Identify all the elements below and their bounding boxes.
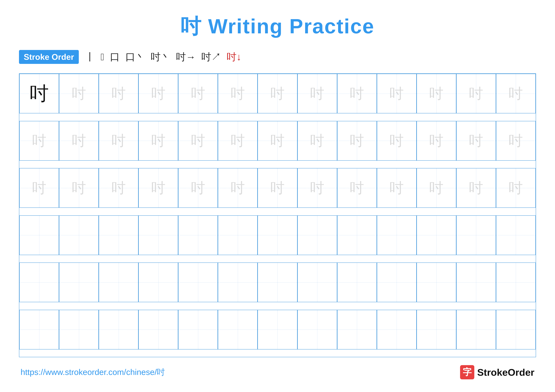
grid-cell[interactable]	[416, 215, 456, 255]
grid-cell[interactable]	[377, 263, 416, 302]
grid-cell[interactable]	[99, 310, 139, 349]
grid-cell[interactable]	[377, 215, 416, 255]
grid-cell[interactable]	[496, 263, 536, 302]
grid-cell[interactable]	[99, 263, 139, 302]
footer-url[interactable]: https://www.strokeorder.com/chinese/吋	[21, 367, 165, 378]
grid-cell[interactable]	[456, 263, 496, 302]
grid-cell[interactable]	[178, 263, 218, 302]
practice-char: 吋	[72, 134, 86, 148]
grid-cell[interactable]: 吋	[456, 168, 496, 208]
practice-char: 吋	[191, 86, 205, 101]
practice-char: 吋	[350, 134, 364, 148]
grid-cell[interactable]: 吋	[59, 74, 99, 113]
practice-char: 吋	[310, 134, 324, 148]
grid-cell[interactable]	[139, 215, 178, 255]
practice-char: 吋	[270, 86, 285, 101]
grid-cell[interactable]	[258, 310, 297, 349]
grid-cell[interactable]: 吋	[297, 74, 337, 113]
grid-cell[interactable]: 吋	[416, 74, 456, 113]
grid-cell[interactable]	[19, 263, 59, 302]
stroke-step-8: 吋↓	[227, 50, 241, 64]
grid-cell[interactable]: 吋	[258, 168, 297, 208]
stroke-step-6: 吋→	[176, 50, 196, 64]
grid-cell[interactable]: 吋	[416, 168, 456, 208]
grid-cell[interactable]	[218, 263, 258, 302]
grid-cell[interactable]: 吋	[218, 168, 258, 208]
grid-cell[interactable]	[139, 263, 178, 302]
grid-cell[interactable]	[178, 215, 218, 255]
grid-cell[interactable]: 吋	[496, 168, 536, 208]
grid-cell[interactable]: 吋	[19, 121, 59, 161]
practice-char: 吋	[231, 181, 245, 195]
practice-char: 吋	[350, 181, 364, 195]
grid-cell[interactable]	[496, 215, 536, 255]
grid-cell[interactable]: 吋	[258, 121, 297, 161]
grid-cell[interactable]	[456, 310, 496, 349]
practice-char: 吋	[231, 134, 245, 148]
page-title: 吋 Writing Practice	[19, 13, 536, 41]
grid-cell[interactable]: 吋	[456, 74, 496, 113]
grid-cell[interactable]	[496, 310, 536, 349]
grid-cell[interactable]: 吋	[99, 121, 139, 161]
practice-char: 吋	[111, 134, 126, 148]
grid-cell[interactable]: 吋	[218, 121, 258, 161]
grid-cell[interactable]: 吋	[337, 74, 377, 113]
practice-char: 吋	[191, 134, 205, 148]
grid-cell[interactable]	[337, 263, 377, 302]
grid-cell[interactable]	[377, 310, 416, 349]
grid-cell[interactable]: 吋	[416, 121, 456, 161]
practice-grid: 吋吋吋吋吋吋吋吋吋吋吋吋吋吋吋吋吋吋吋吋吋吋吋吋吋吋吋吋吋吋吋吋吋吋吋吋吋吋吋	[19, 73, 536, 357]
grid-cell[interactable]	[416, 263, 456, 302]
grid-cell[interactable]	[297, 215, 337, 255]
grid-cell[interactable]: 吋	[59, 168, 99, 208]
grid-cell[interactable]	[416, 310, 456, 349]
grid-cell[interactable]: 吋	[258, 74, 297, 113]
grid-cell[interactable]: 吋	[178, 168, 218, 208]
grid-cell[interactable]	[337, 310, 377, 349]
practice-char: 吋	[509, 134, 523, 148]
grid-cell[interactable]: 吋	[59, 121, 99, 161]
grid-cell[interactable]	[178, 310, 218, 349]
grid-cell[interactable]: 吋	[337, 121, 377, 161]
grid-cell[interactable]	[258, 263, 297, 302]
grid-cell[interactable]: 吋	[456, 121, 496, 161]
grid-cell[interactable]	[19, 310, 59, 349]
grid-cell[interactable]: 吋	[337, 168, 377, 208]
grid-cell[interactable]	[297, 263, 337, 302]
grid-cell[interactable]: 吋	[19, 74, 59, 113]
grid-cell[interactable]: 吋	[496, 121, 536, 161]
grid-cell[interactable]: 吋	[178, 74, 218, 113]
grid-cell[interactable]: 吋	[377, 121, 416, 161]
grid-cell[interactable]	[59, 215, 99, 255]
grid-cell[interactable]: 吋	[297, 121, 337, 161]
grid-cell[interactable]: 吋	[297, 168, 337, 208]
grid-cell[interactable]	[218, 310, 258, 349]
grid-cell[interactable]: 吋	[139, 121, 178, 161]
grid-cell[interactable]: 吋	[377, 74, 416, 113]
grid-cell[interactable]: 吋	[19, 168, 59, 208]
grid-cell[interactable]	[59, 263, 99, 302]
grid-cell[interactable]	[258, 215, 297, 255]
grid-cell[interactable]: 吋	[178, 121, 218, 161]
grid-cell[interactable]: 吋	[377, 168, 416, 208]
practice-char: 吋	[310, 86, 324, 101]
grid-cell[interactable]: 吋	[99, 168, 139, 208]
grid-cell[interactable]	[218, 215, 258, 255]
grid-cell[interactable]	[456, 215, 496, 255]
logo-icon: 字	[460, 365, 474, 379]
grid-cell[interactable]	[297, 310, 337, 349]
grid-cell[interactable]: 吋	[99, 74, 139, 113]
grid-cell[interactable]: 吋	[218, 74, 258, 113]
practice-char: 吋	[151, 86, 166, 101]
practice-char: 吋	[32, 181, 46, 195]
grid-cell[interactable]: 吋	[496, 74, 536, 113]
grid-cell[interactable]: 吋	[139, 74, 178, 113]
grid-cell[interactable]	[99, 215, 139, 255]
grid-cell[interactable]	[337, 215, 377, 255]
practice-char: 吋	[429, 134, 444, 148]
grid-cell[interactable]	[139, 310, 178, 349]
grid-cell[interactable]	[59, 310, 99, 349]
grid-cell[interactable]: 吋	[139, 168, 178, 208]
grid-cell[interactable]	[19, 215, 59, 255]
stroke-steps: 丨 𠃌 口 口丶 吋丶 吋→ 吋↗ 吋↓	[85, 50, 241, 64]
